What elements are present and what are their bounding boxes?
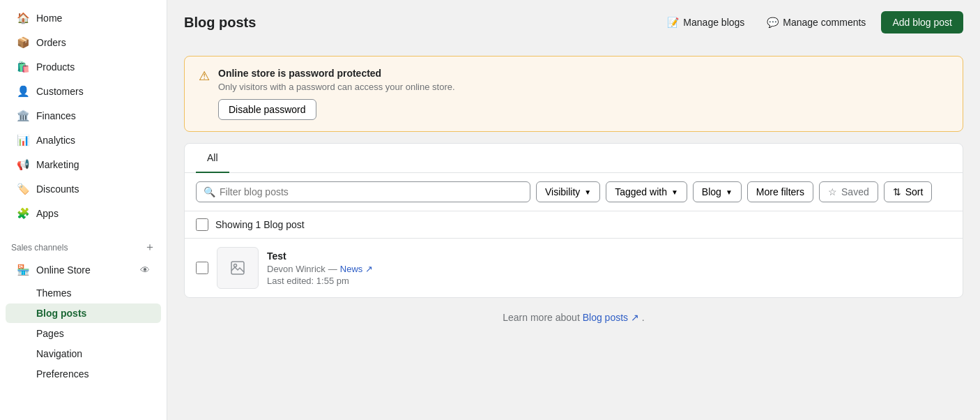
finances-icon: 🏛️ bbox=[17, 110, 29, 122]
external-link-icon: ↗ bbox=[365, 264, 373, 274]
sidebar-nav: 🏠 Home 📦 Orders 🛍️ Products 👤 Customers … bbox=[0, 0, 167, 232]
tagged-with-label: Tagged with bbox=[615, 186, 667, 197]
sidebar-item-label: Analytics bbox=[36, 135, 75, 146]
sidebar-item-label: Orders bbox=[36, 37, 66, 48]
sidebar-item-label: Marketing bbox=[36, 159, 79, 170]
themes-label: Themes bbox=[36, 287, 72, 299]
sidebar-item-label: Customers bbox=[36, 86, 84, 97]
sidebar-item-navigation[interactable]: Navigation bbox=[6, 344, 161, 363]
search-icon: 🔍 bbox=[204, 186, 215, 197]
post-checkbox[interactable] bbox=[196, 262, 208, 274]
add-sales-channel-button[interactable]: ＋ bbox=[144, 240, 155, 255]
blog-posts-learn-more-link[interactable]: Blog posts ↗ bbox=[583, 312, 642, 323]
blog-posts-card: All 🔍 Visibility ▼ Tagged with ▼ Blog bbox=[184, 143, 963, 298]
sort-label: Sort bbox=[905, 186, 924, 197]
online-store-label: Online Store bbox=[36, 264, 91, 276]
chevron-down-icon: ▼ bbox=[584, 188, 591, 196]
manage-comments-button[interactable]: 💬 Manage comments bbox=[760, 13, 873, 32]
sidebar-item-finances[interactable]: 🏛️ Finances bbox=[6, 104, 161, 128]
sidebar-item-label: Home bbox=[36, 13, 62, 24]
star-icon: ☆ bbox=[828, 186, 837, 197]
saved-button[interactable]: ☆ Saved bbox=[819, 181, 878, 202]
sales-channels-section: Sales channels ＋ bbox=[0, 232, 167, 257]
learn-more-link-label: Blog posts bbox=[583, 312, 628, 323]
search-box[interactable]: 🔍 bbox=[196, 181, 530, 202]
discounts-icon: 🏷️ bbox=[17, 183, 29, 195]
eye-icon: 👁 bbox=[140, 264, 150, 276]
svg-point-1 bbox=[234, 264, 237, 267]
sidebar-item-analytics[interactable]: 📊 Analytics bbox=[6, 128, 161, 152]
blog-filter-button[interactable]: Blog ▼ bbox=[693, 181, 742, 202]
chevron-down-icon: ▼ bbox=[726, 188, 733, 196]
sidebar-item-label: Products bbox=[36, 61, 75, 73]
sidebar-item-marketing[interactable]: 📢 Marketing bbox=[6, 153, 161, 177]
page-footer: Learn more about Blog posts ↗ . bbox=[184, 298, 963, 337]
footer-period: . bbox=[642, 312, 645, 323]
disable-password-button[interactable]: Disable password bbox=[218, 99, 316, 120]
post-blog-name: News bbox=[340, 264, 363, 274]
post-last-edited: Last edited: 1:55 pm bbox=[267, 276, 951, 286]
sidebar-item-apps[interactable]: 🧩 Apps bbox=[6, 202, 161, 225]
alert-content: Online store is password protected Only … bbox=[218, 68, 455, 120]
sort-button[interactable]: ⇅ Sort bbox=[884, 181, 933, 202]
sidebar-item-label: Finances bbox=[36, 110, 76, 121]
header-actions: 📝 Manage blogs 💬 Manage comments Add blo… bbox=[660, 11, 963, 33]
learn-more-text: Learn more about bbox=[503, 312, 580, 323]
customers-icon: 👤 bbox=[17, 85, 29, 98]
sidebar-sub-nav: Themes Blog posts Pages Navigation Prefe… bbox=[0, 283, 167, 384]
visibility-label: Visibility bbox=[545, 186, 580, 197]
manage-blogs-label: Manage blogs bbox=[683, 17, 744, 28]
add-blog-post-button[interactable]: Add blog post bbox=[881, 11, 963, 33]
page-title: Blog posts bbox=[184, 15, 649, 31]
sort-icon: ⇅ bbox=[893, 186, 901, 197]
main-content-area: Blog posts 📝 Manage blogs 💬 Manage comme… bbox=[167, 0, 980, 420]
preferences-label: Preferences bbox=[36, 368, 89, 380]
sidebar-item-home[interactable]: 🏠 Home bbox=[6, 6, 161, 30]
search-input[interactable] bbox=[220, 186, 523, 197]
svg-rect-0 bbox=[231, 262, 244, 274]
page-body: ⚠ Online store is password protected Onl… bbox=[167, 45, 980, 420]
navigation-label: Navigation bbox=[36, 348, 82, 359]
saved-label: Saved bbox=[841, 186, 869, 197]
post-title[interactable]: Test bbox=[267, 250, 951, 262]
filters-row: 🔍 Visibility ▼ Tagged with ▼ Blog ▼ More… bbox=[185, 173, 963, 211]
analytics-icon: 📊 bbox=[17, 134, 29, 147]
sidebar-item-discounts[interactable]: 🏷️ Discounts bbox=[6, 177, 161, 201]
more-filters-button[interactable]: More filters bbox=[747, 181, 813, 202]
post-info: Test Devon Winrick — News ↗ Last edited:… bbox=[267, 250, 951, 286]
manage-blogs-icon: 📝 bbox=[667, 17, 679, 28]
select-all-checkbox[interactable] bbox=[196, 218, 208, 231]
sidebar-item-blog-posts[interactable]: Blog posts bbox=[6, 303, 161, 323]
blog-label: Blog bbox=[702, 186, 721, 197]
password-alert-banner: ⚠ Online store is password protected Onl… bbox=[184, 56, 963, 132]
alert-description: Only visitors with a password can access… bbox=[218, 82, 455, 92]
manage-comments-label: Manage comments bbox=[783, 17, 866, 28]
showing-row: Showing 1 Blog post bbox=[185, 211, 963, 239]
sidebar-item-customers[interactable]: 👤 Customers bbox=[6, 80, 161, 103]
post-thumbnail bbox=[217, 247, 259, 289]
tab-all[interactable]: All bbox=[196, 144, 229, 173]
sidebar-item-themes[interactable]: Themes bbox=[6, 283, 161, 303]
sidebar-item-orders[interactable]: 📦 Orders bbox=[6, 31, 161, 54]
post-blog-link[interactable]: News ↗ bbox=[340, 264, 373, 274]
sidebar-item-label: Apps bbox=[36, 208, 59, 219]
manage-blogs-button[interactable]: 📝 Manage blogs bbox=[660, 13, 751, 32]
sidebar-item-online-store[interactable]: 🏪 Online Store 👁 bbox=[6, 258, 161, 282]
tabs-bar: All bbox=[185, 144, 963, 173]
sidebar-item-pages[interactable]: Pages bbox=[6, 324, 161, 343]
alert-title: Online store is password protected bbox=[218, 68, 455, 79]
home-icon: 🏠 bbox=[17, 12, 29, 24]
visibility-filter-button[interactable]: Visibility ▼ bbox=[536, 181, 600, 202]
apps-icon: 🧩 bbox=[17, 207, 29, 220]
sidebar-item-products[interactable]: 🛍️ Products bbox=[6, 55, 161, 79]
sidebar: 🏠 Home 📦 Orders 🛍️ Products 👤 Customers … bbox=[0, 0, 167, 420]
showing-count-label: Showing 1 Blog post bbox=[215, 219, 305, 230]
blog-posts-label: Blog posts bbox=[36, 308, 86, 319]
external-link-icon: ↗ bbox=[631, 312, 639, 323]
sidebar-item-label: Discounts bbox=[36, 183, 79, 195]
orders-icon: 📦 bbox=[17, 36, 29, 49]
tagged-with-filter-button[interactable]: Tagged with ▼ bbox=[606, 181, 687, 202]
sidebar-item-preferences[interactable]: Preferences bbox=[6, 364, 161, 384]
more-filters-label: More filters bbox=[756, 186, 804, 197]
pages-label: Pages bbox=[36, 328, 64, 339]
